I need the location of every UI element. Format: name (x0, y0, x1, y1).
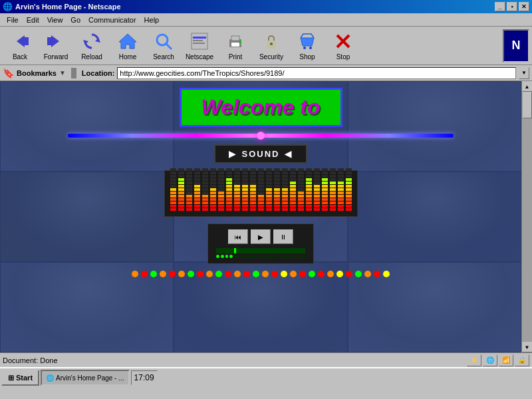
eq-segment (314, 188, 320, 191)
eq-segment (290, 201, 296, 204)
dots-row (132, 271, 390, 277)
eq-segment (306, 198, 312, 201)
eq-segment (218, 178, 224, 181)
eq-segment (274, 195, 280, 198)
eq-segment (258, 178, 264, 181)
taskbar-item-browser[interactable]: 🌐 Arvin's Home Page - ... (41, 370, 130, 386)
player-play-button[interactable]: ▶ (251, 229, 271, 244)
eq-segment (202, 172, 208, 174)
eq-bar-6 (218, 168, 224, 211)
eq-segment (330, 182, 336, 184)
eq-segment (202, 195, 208, 198)
eq-segment (274, 168, 280, 171)
eq-bar-2 (186, 168, 192, 211)
menu-edit[interactable]: Edit (23, 15, 43, 25)
svg-rect-1 (23, 37, 29, 45)
eq-segment (314, 182, 320, 184)
scroll-up-button[interactable]: ▲ (522, 81, 533, 92)
eq-segment (330, 192, 336, 194)
scroll-track[interactable] (522, 92, 533, 342)
eq-segment (242, 198, 248, 201)
menu-file[interactable]: File (3, 15, 23, 25)
scroll-thumb[interactable] (523, 92, 532, 118)
eq-segment (346, 188, 352, 191)
eq-bar-17 (306, 168, 312, 211)
eq-segment (314, 172, 320, 174)
eq-segment (330, 178, 336, 181)
maximize-button[interactable]: ▪ (507, 2, 517, 11)
eq-segment (186, 192, 192, 194)
toolbar: Back Forward Reload Home Search Netscape (0, 27, 532, 65)
netscape-button[interactable]: Netscape (182, 29, 217, 63)
eq-segment (330, 175, 336, 178)
menu-communicator[interactable]: Communicator (84, 15, 140, 25)
eq-segment (218, 188, 224, 191)
eq-segment (322, 178, 328, 181)
close-button[interactable]: ✕ (519, 2, 529, 11)
security-button[interactable]: Security (254, 29, 289, 63)
eq-segment (346, 168, 352, 171)
eq-segment (186, 178, 192, 181)
taskbar-item-icon: 🌐 (46, 374, 54, 382)
print-button[interactable]: Print (218, 29, 253, 63)
eq-segment (194, 201, 200, 204)
welcome-banner: Welcome to (180, 88, 342, 127)
shop-button[interactable]: Shop (290, 29, 325, 63)
eq-segment (274, 205, 280, 207)
eq-segment (338, 178, 344, 181)
eq-segment (330, 195, 336, 198)
eq-segment (194, 172, 200, 174)
search-button[interactable]: Search (146, 29, 181, 63)
stop-button[interactable]: Stop (326, 29, 360, 63)
eq-segment (282, 178, 288, 181)
progress-dot (289, 255, 292, 258)
eq-segment (226, 185, 232, 188)
eq-segment (194, 195, 200, 198)
reload-button[interactable]: Reload (74, 29, 109, 63)
eq-segment (218, 195, 224, 198)
player-prev-button[interactable]: ⏮ (228, 229, 248, 244)
eq-segment (194, 198, 200, 201)
eq-segment (306, 201, 312, 204)
eq-segment (218, 172, 224, 174)
scroll-down-button[interactable]: ▼ (522, 342, 533, 352)
shop-label: Shop (299, 53, 315, 61)
back-button[interactable]: Back (3, 29, 37, 63)
decorative-dot-1 (141, 271, 148, 277)
eq-segment (282, 182, 288, 184)
eq-segment (346, 178, 352, 181)
menu-help[interactable]: Help (140, 15, 164, 25)
status-icon-4[interactable]: 🔒 (515, 354, 529, 366)
status-icon-1[interactable]: ⚡ (467, 354, 481, 366)
progress-dot (302, 255, 305, 258)
eq-segment (194, 185, 200, 188)
location-dropdown-arrow[interactable]: ▼ (519, 67, 529, 79)
home-button[interactable]: Home (110, 29, 145, 63)
eq-bar-19 (322, 168, 328, 211)
menu-view[interactable]: View (43, 15, 67, 25)
svg-point-16 (239, 41, 241, 43)
player-pause-button[interactable]: ⏸ (273, 229, 293, 244)
eq-segment (194, 192, 200, 194)
eq-segment (170, 208, 176, 211)
start-button[interactable]: ⊞ Start (1, 370, 39, 386)
eq-segment (322, 205, 328, 207)
eq-segment (330, 208, 336, 211)
status-icon-2[interactable]: 🌐 (483, 354, 497, 366)
eq-segment (290, 192, 296, 194)
minimize-button[interactable]: _ (495, 2, 505, 11)
eq-segment (234, 198, 240, 201)
eq-segment (322, 188, 328, 191)
location-input[interactable] (117, 67, 516, 79)
eq-segment (234, 201, 240, 204)
eq-segment (202, 201, 208, 204)
eq-segment (178, 205, 184, 207)
menu-go[interactable]: Go (66, 15, 84, 25)
eq-segment (258, 188, 264, 191)
reload-label: Reload (81, 53, 102, 61)
sound-button[interactable]: ▶ SOUND ◀ (214, 144, 308, 164)
forward-button[interactable]: Forward (39, 29, 73, 63)
eq-segment (298, 201, 304, 204)
status-icon-3[interactable]: 📶 (499, 354, 513, 366)
progress-dot (216, 255, 219, 258)
